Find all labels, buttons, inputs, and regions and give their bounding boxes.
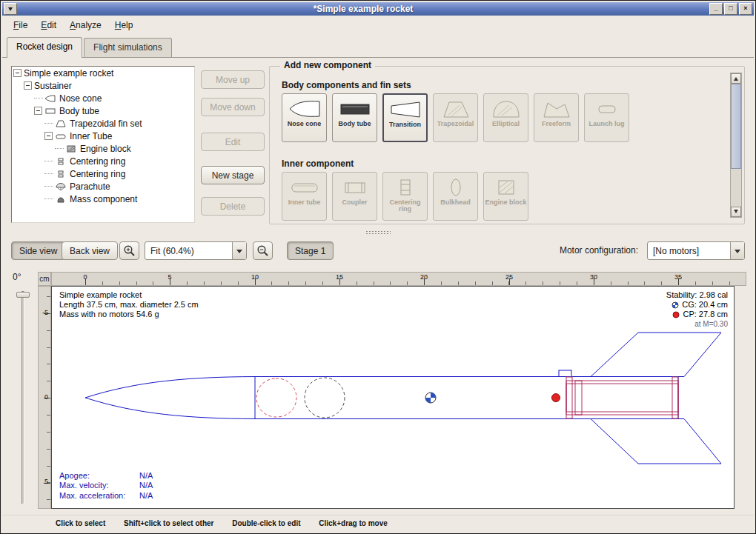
component-button-label: Coupler (334, 199, 376, 206)
chevron-down-icon (236, 250, 242, 256)
zoom-level-value: Fit (60.4%) (145, 242, 232, 259)
collapse-icon[interactable] (44, 132, 53, 140)
tree-item-fin-set[interactable]: Trapezoidal fin set (12, 117, 194, 130)
tree-item-body-tube[interactable]: Body tube (12, 104, 194, 117)
close-button[interactable]: × (739, 3, 752, 15)
tree-item-label: Nose cone (59, 93, 102, 104)
window-menu-button[interactable] (4, 3, 17, 15)
tree-item-engine-block[interactable]: Engine block (12, 142, 194, 155)
ruler-tick-label: 5 (44, 478, 48, 485)
rocket-info: Simple example rocket Length 37.5 cm, ma… (59, 290, 199, 319)
add-centering-ring-button: Centering ring (382, 172, 428, 221)
tree-item-sustainer[interactable]: Sustainer (12, 79, 194, 92)
side-view-button[interactable]: Side view (11, 241, 65, 260)
collapse-icon[interactable] (13, 69, 21, 77)
app-window: *Simple example rocket _ □ × File Edit A… (0, 0, 756, 534)
ruler-tick-label: 15 (336, 273, 343, 281)
component-button-label: Nose cone (284, 121, 325, 127)
dropdown-arrow-button[interactable] (730, 242, 744, 259)
component-button-label: Centering ring (385, 199, 426, 213)
add-nose-cone-button[interactable]: Nose cone (282, 93, 327, 142)
rotation-slider-handle[interactable] (16, 292, 30, 298)
mass-component-icon (55, 195, 67, 204)
scroll-down-button[interactable] (731, 207, 741, 217)
hint-click-select: Click to select (56, 519, 105, 527)
body-tube-icon (338, 99, 372, 119)
dropdown-arrow-button[interactable] (232, 242, 246, 259)
arrow-up-icon (734, 75, 738, 81)
component-button-label: Body tube (334, 121, 376, 127)
motor-configuration-select[interactable]: [No motors] (647, 241, 745, 260)
menu-help[interactable]: Help (108, 18, 140, 33)
inner-tube-icon (288, 177, 322, 198)
component-scrollbar[interactable] (730, 73, 742, 218)
tree-item-rocket[interactable]: Simple example rocket (12, 67, 194, 79)
rotation-slider[interactable] (21, 291, 24, 504)
zoom-in-icon (123, 244, 136, 258)
engine-block-icon (489, 177, 523, 198)
window-title: *Simple example rocket (17, 4, 709, 14)
tree-item-label: Mass component (70, 194, 137, 204)
zoom-level-select[interactable]: Fit (60.4%) (145, 241, 247, 260)
menu-edit[interactable]: Edit (34, 18, 63, 33)
tree-item-parachute[interactable]: Parachute (12, 180, 194, 193)
tree-item-label: Simple example rocket (24, 68, 113, 79)
tree-item-centering-ring-2[interactable]: Centering ring (12, 167, 194, 180)
hint-click-drag: Click+drag to move (319, 519, 388, 527)
panel-splitter[interactable] (2, 229, 754, 236)
add-engine-block-button: Engine block (483, 172, 528, 221)
rocket-diagram[interactable] (52, 287, 734, 508)
ruler-tick-label: 5 (168, 273, 171, 281)
tree-item-label: Centering ring (70, 169, 125, 179)
new-stage-button[interactable]: New stage (201, 166, 265, 184)
zoom-out-button[interactable] (253, 241, 273, 260)
rocket-view: 0° cm 0 5 10 15 20 25 30 35 -5 0 5 (2, 266, 754, 512)
collapse-icon[interactable] (34, 107, 42, 115)
arrow-down-icon (734, 210, 738, 216)
tree-item-nose-cone[interactable]: Nose cone (12, 92, 194, 104)
component-button-label: Engine block (485, 199, 527, 206)
tree-item-centering-ring-1[interactable]: Centering ring (12, 155, 194, 167)
back-view-button[interactable]: Back view (62, 241, 118, 260)
ruler-tick-label: 35 (674, 273, 682, 281)
tree-item-mass-component[interactable]: Mass component (12, 193, 194, 205)
tree-item-inner-tube[interactable]: Inner Tube (12, 130, 194, 142)
ruler-tick-label: -5 (42, 309, 48, 316)
ruler-tick-label: 30 (590, 273, 597, 281)
maximize-button[interactable]: □ (724, 3, 737, 15)
zoom-out-icon (256, 244, 270, 258)
fin-set-icon (55, 119, 67, 128)
cg-marker (425, 393, 436, 403)
inner-component-label: Inner component (282, 158, 354, 169)
ruler-tick-label: 0 (44, 393, 48, 401)
tree-item-label: Parachute (70, 181, 110, 192)
add-transition-button[interactable]: Transition (382, 93, 428, 142)
menu-analyze[interactable]: Analyze (63, 18, 108, 33)
component-button-label: Elliptical (485, 121, 527, 127)
view-toolbar: Side view Back view Fit (60.4%) Stage 1 … (2, 236, 754, 266)
tab-rocket-design[interactable]: Rocket design (7, 37, 82, 58)
scrollbar-thumb[interactable] (731, 84, 741, 169)
tab-flight-simulations[interactable]: Flight simulations (84, 38, 172, 57)
component-tree[interactable]: Simple example rocket Sustainer Nose con… (11, 66, 195, 223)
add-component-panel: Add new component Body components and fi… (269, 66, 745, 224)
add-elliptical-fin-button: Elliptical (483, 93, 528, 142)
tree-item-label: Body tube (59, 106, 99, 116)
collapse-icon[interactable] (24, 81, 32, 90)
edit-button: Edit (201, 133, 265, 151)
minimize-button[interactable]: _ (709, 3, 723, 15)
ruler-tick-label: 20 (420, 273, 428, 281)
rocket-mass: Mass with no motors 54.6 g (59, 310, 199, 319)
apogee-label: Apogee: (59, 471, 139, 481)
design-canvas[interactable]: Simple example rocket Length 37.5 cm, ma… (51, 286, 735, 509)
zoom-in-button[interactable] (119, 241, 139, 260)
motor-configuration-label: Motor configuration: (560, 245, 638, 256)
add-body-tube-button[interactable]: Body tube (332, 93, 377, 142)
stage-1-toggle[interactable]: Stage 1 (287, 241, 334, 260)
menu-file[interactable]: File (7, 18, 34, 33)
scroll-up-button[interactable] (731, 73, 741, 84)
tree-item-label: Sustainer (34, 81, 72, 91)
delete-button: Delete (201, 197, 265, 216)
apogee-value: N/A (139, 471, 153, 481)
max-acceleration-value: N/A (139, 491, 153, 501)
